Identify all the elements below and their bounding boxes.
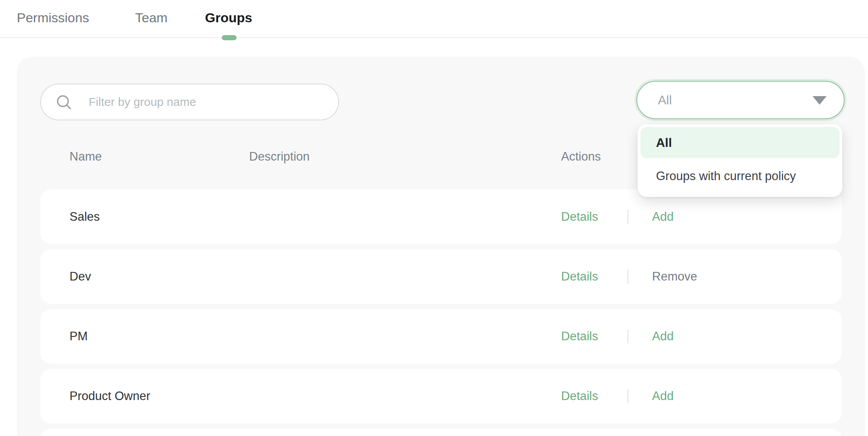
action-divider bbox=[627, 210, 628, 224]
menu-option-all[interactable]: All bbox=[640, 127, 839, 158]
group-name: Sales bbox=[70, 210, 100, 224]
details-link[interactable]: Details bbox=[561, 329, 598, 343]
action-divider bbox=[627, 389, 628, 403]
remove-link[interactable]: Remove bbox=[652, 270, 697, 284]
group-name: PM bbox=[70, 329, 88, 343]
groups-page: Permissions Team Groups All All Groups w… bbox=[0, 0, 868, 436]
tab-groups[interactable]: Groups bbox=[205, 10, 252, 25]
groups-card: All All Groups with current policy Name … bbox=[17, 57, 865, 436]
table-row-sales: Sales Details Add bbox=[40, 189, 842, 244]
table-row-partial bbox=[40, 429, 842, 436]
policy-filter-value: All bbox=[658, 93, 672, 107]
add-link[interactable]: Add bbox=[652, 329, 674, 343]
policy-filter-menu: All Groups with current policy bbox=[638, 124, 842, 197]
details-link[interactable]: Details bbox=[561, 389, 598, 403]
add-link[interactable]: Add bbox=[652, 210, 674, 224]
search-input[interactable] bbox=[41, 84, 338, 120]
active-tab-indicator bbox=[222, 35, 237, 40]
tab-permissions[interactable]: Permissions bbox=[17, 10, 89, 25]
group-name: Product Owner bbox=[70, 389, 150, 403]
table-row-dev: Dev Details Remove bbox=[40, 249, 842, 304]
table-row-pm: PM Details Add bbox=[40, 309, 842, 364]
group-name: Dev bbox=[70, 270, 91, 284]
tab-bar-divider bbox=[0, 37, 868, 38]
action-divider bbox=[627, 270, 628, 284]
chevron-down-icon bbox=[813, 96, 827, 105]
add-link[interactable]: Add bbox=[652, 389, 674, 403]
table-row-product-owner: Product Owner Details Add bbox=[40, 369, 842, 423]
tab-team[interactable]: Team bbox=[135, 10, 168, 25]
column-header-actions: Actions bbox=[561, 150, 601, 164]
details-link[interactable]: Details bbox=[561, 210, 598, 224]
column-header-name: Name bbox=[70, 150, 102, 164]
menu-option-groups-with-current-policy[interactable]: Groups with current policy bbox=[640, 158, 839, 194]
group-search bbox=[40, 84, 339, 120]
action-divider bbox=[627, 329, 628, 343]
policy-filter-dropdown[interactable]: All bbox=[636, 81, 845, 119]
details-link[interactable]: Details bbox=[561, 270, 598, 284]
column-header-description: Description bbox=[249, 150, 310, 164]
